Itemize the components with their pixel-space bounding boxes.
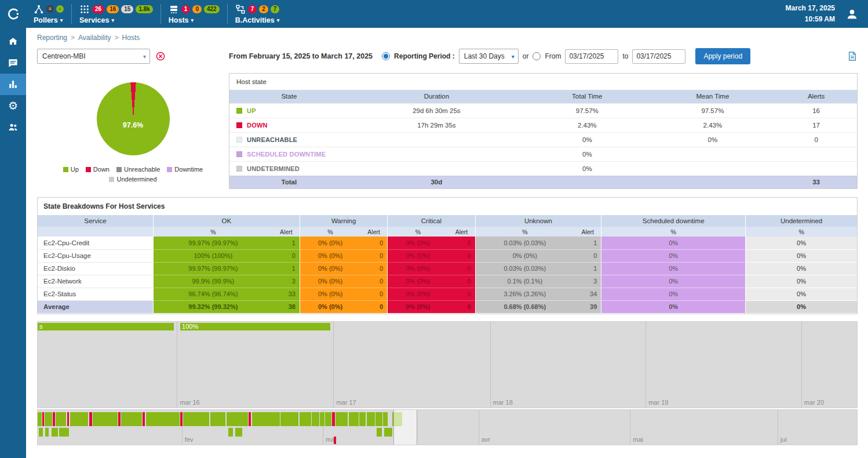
critical-alert: 0 xyxy=(448,262,475,275)
legend-label: Downtime xyxy=(174,166,203,173)
unknown-percent: 0.1% (0.1%) xyxy=(475,275,574,288)
warning-percent: 0% (0%) xyxy=(300,300,360,313)
unknown-percent: 0.03% (0.03%) xyxy=(475,262,574,275)
brush-segment xyxy=(235,428,243,437)
breakdown-row: Ec2-Cpu-Usage 100% (100%)0 0% (0%)0 0% (… xyxy=(38,249,857,262)
unknown-alert: 34 xyxy=(574,288,601,300)
warning-percent: 0% (0%) xyxy=(300,249,360,262)
pollers-label: Pollers xyxy=(34,16,58,24)
services-warning-badge[interactable]: 16 xyxy=(107,5,119,13)
warning-percent: 0% (0%) xyxy=(300,262,360,275)
legend-label: Down xyxy=(93,166,110,173)
mean-time-value: 2.43% xyxy=(650,118,776,132)
brush-segment xyxy=(118,412,121,426)
brush-segment xyxy=(383,412,388,426)
host-state-title: Host state xyxy=(229,74,857,90)
timeline-gridline xyxy=(333,322,334,408)
reporting-period-radio[interactable] xyxy=(382,52,390,60)
breadcrumb-availability[interactable]: Availability xyxy=(78,34,111,42)
duration-value xyxy=(349,132,524,147)
average-label: Average xyxy=(38,300,153,313)
sub-percent: % xyxy=(746,227,857,237)
duration-value: 17h 29m 35s xyxy=(349,118,524,132)
ba-ok-badge[interactable]: 7 xyxy=(271,5,280,13)
mean-time-value xyxy=(650,147,776,161)
brush-segment xyxy=(143,412,145,426)
legend-label: Unreachable xyxy=(124,166,160,173)
host-state-row: SCHEDULED DOWNTIME 0% xyxy=(229,147,857,161)
hosts-ok-badge[interactable]: 422 xyxy=(204,5,220,13)
menu-hosts[interactable]: 1 0 422 Hosts▾ xyxy=(161,0,227,28)
clear-selection-button[interactable] xyxy=(156,52,165,61)
col-scheduled-downtime: Scheduled downtime xyxy=(601,215,746,227)
menu-services[interactable]: 26 16 15 1.8k Services▾ xyxy=(72,0,161,28)
ok-percent: 99.9% (99.9%) xyxy=(153,275,272,288)
services-pending-badge[interactable]: 15 xyxy=(121,5,133,13)
sidebar-item-monitoring[interactable] xyxy=(0,52,26,74)
export-file-icon xyxy=(847,51,858,61)
breadcrumb-hosts[interactable]: Hosts xyxy=(122,34,140,42)
scheduled-downtime-percent: 0% xyxy=(601,249,746,262)
brush-selection[interactable] xyxy=(393,410,417,445)
host-state-row: DOWN 17h 29m 35s 2.43% 2.43% 17 xyxy=(229,118,857,132)
hosts-icon xyxy=(169,4,179,14)
availability-pie-section: 97.6% Up Down Unreachable Downtime Undet… xyxy=(37,73,229,189)
brush-segment xyxy=(320,412,324,426)
timeline-gridline xyxy=(645,322,646,408)
service-name[interactable]: Ec2-Status xyxy=(38,288,153,300)
service-name[interactable]: Ec2-Diskio xyxy=(38,262,153,275)
sidebar-item-configuration[interactable]: ⚙ xyxy=(0,95,26,117)
state-label: SCHEDULED DOWNTIME xyxy=(247,151,326,158)
state-breakdowns-panel: State Breakdowns For Host Services Servi… xyxy=(37,197,858,314)
chevron-down-icon: ▾ xyxy=(277,17,280,23)
hosts-critical-badge[interactable]: 1 xyxy=(181,5,191,13)
custom-period-radio[interactable] xyxy=(533,52,541,60)
sub-percent: % xyxy=(601,227,746,237)
hosts-warning-badge[interactable]: 0 xyxy=(192,5,202,13)
menu-business-activities[interactable]: 7 2 7 B.Activities▾ xyxy=(228,0,287,28)
host-group-select[interactable]: Centreon-MBI xyxy=(37,49,150,64)
menu-pollers[interactable]: ≡ ✓ Pollers▾ xyxy=(26,0,71,28)
brush-segment xyxy=(335,412,348,426)
ba-critical-badge[interactable]: 7 xyxy=(248,5,257,13)
export-report-button[interactable] xyxy=(847,51,858,61)
user-profile-button[interactable] xyxy=(845,8,859,21)
unknown-alert: 1 xyxy=(574,237,601,249)
sidebar-item-reporting[interactable] xyxy=(0,74,26,95)
timeline-gridline xyxy=(177,322,177,408)
to-date-input[interactable] xyxy=(632,49,685,64)
legend-item-undetermined: Undetermined xyxy=(109,176,156,183)
timeline-main-chart[interactable]: mar 16mar 17mar 18mar 19mar 20s100% xyxy=(37,321,858,408)
brush-axis-label: jui xyxy=(781,436,787,443)
service-name[interactable]: Ec2-Cpu-Usage xyxy=(38,249,153,262)
duration-value: 29d 6h 30m 25s xyxy=(349,103,524,118)
service-name[interactable]: Ec2-Network xyxy=(38,275,153,288)
chevron-down-icon: ▾ xyxy=(111,17,114,23)
ba-warning-badge[interactable]: 2 xyxy=(259,5,268,13)
brush-segment xyxy=(93,412,117,426)
col-warning: Warning xyxy=(300,215,387,227)
period-select[interactable]: Last 30 Days xyxy=(459,49,519,64)
unknown-alert: 39 xyxy=(574,300,601,313)
breakdown-average-row: Average 99.32% (99.32%)38 0% (0%)0 0% (0… xyxy=(38,300,857,313)
pollers-icon xyxy=(34,4,44,14)
ok-alert: 38 xyxy=(273,300,300,313)
services-ok-badge[interactable]: 1.8k xyxy=(136,5,152,13)
sidebar-item-administration[interactable] xyxy=(0,117,26,138)
timeline-gridline xyxy=(490,322,491,408)
brush-segment xyxy=(300,412,311,426)
breadcrumb-reporting[interactable]: Reporting xyxy=(37,34,67,42)
services-critical-badge[interactable]: 26 xyxy=(92,5,104,13)
warning-alert: 0 xyxy=(360,300,388,313)
apply-period-button[interactable]: Apply period xyxy=(695,48,750,64)
sidebar-item-home[interactable] xyxy=(0,31,26,52)
breakdown-row: Ec2-Network 99.9% (99.9%)3 0% (0%)0 0% (… xyxy=(38,275,857,288)
from-date-input[interactable] xyxy=(565,49,618,64)
centreon-logo[interactable] xyxy=(0,0,26,28)
total-time-value: 0% xyxy=(524,161,650,176)
undetermined-percent: 0% xyxy=(746,262,857,275)
service-name[interactable]: Ec2-Cpu-Credit xyxy=(38,237,153,249)
timeline-brush[interactable]: fevmaravrmaijui xyxy=(37,409,858,445)
undetermined-percent: 0% xyxy=(746,300,857,313)
scheduled-downtime-percent: 0% xyxy=(601,288,746,300)
